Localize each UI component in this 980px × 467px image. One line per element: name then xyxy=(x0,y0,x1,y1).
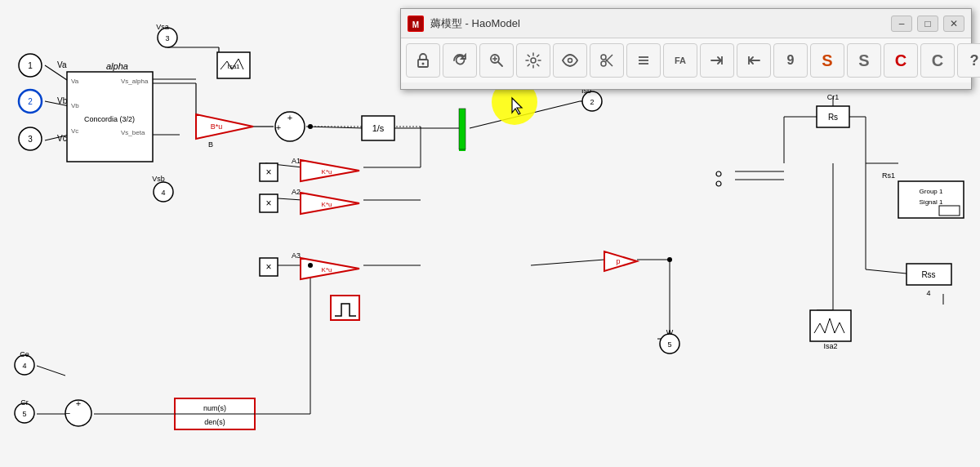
svg-text:Vc: Vc xyxy=(57,134,67,143)
c1-button[interactable]: C xyxy=(884,43,918,78)
svg-text:K*u: K*u xyxy=(322,266,332,274)
svg-point-147 xyxy=(531,58,536,63)
svg-text:Cr1: Cr1 xyxy=(827,93,840,101)
svg-point-135 xyxy=(308,263,313,268)
svg-text:Vb: Vb xyxy=(71,102,79,109)
svg-text:A2: A2 xyxy=(292,188,301,196)
svg-text:+: + xyxy=(276,122,281,132)
svg-text:3: 3 xyxy=(28,135,33,144)
svg-text:num(s): num(s) xyxy=(203,404,226,412)
minimize-button[interactable]: – xyxy=(891,16,912,32)
svg-text:×: × xyxy=(265,167,271,178)
maximize-button[interactable]: □ xyxy=(917,16,938,32)
svg-text:1: 1 xyxy=(28,61,33,70)
settings-button[interactable] xyxy=(516,43,550,78)
arrow-right-button[interactable] xyxy=(700,43,734,78)
svg-text:alpha: alpha xyxy=(106,61,128,71)
scissors-button[interactable] xyxy=(590,43,624,78)
svg-text:+: + xyxy=(287,113,292,122)
svg-text:K*u: K*u xyxy=(322,201,332,208)
svg-text:Signal 1: Signal 1 xyxy=(920,198,943,206)
svg-text:p: p xyxy=(616,257,620,265)
svg-text:Concordia (3/2): Concordia (3/2) xyxy=(84,115,135,123)
svg-text:Ce: Ce xyxy=(20,350,29,358)
svg-text:B*u: B*u xyxy=(211,122,223,131)
svg-text:den(s): den(s) xyxy=(204,418,225,426)
svg-text:Rss: Rss xyxy=(921,270,935,279)
svg-rect-126 xyxy=(939,206,960,216)
window-controls: – □ ✕ xyxy=(891,16,964,32)
list-button[interactable] xyxy=(626,43,661,78)
svg-text:M: M xyxy=(412,20,419,29)
view-button[interactable] xyxy=(553,43,587,78)
svg-text:Rs: Rs xyxy=(828,113,838,122)
svg-rect-130 xyxy=(810,310,851,341)
s2-button[interactable]: S xyxy=(847,43,881,78)
svg-text:2: 2 xyxy=(590,98,594,106)
svg-point-134 xyxy=(667,257,672,262)
refresh-button[interactable] xyxy=(443,43,477,78)
svg-text:−: − xyxy=(65,408,70,418)
svg-text:5: 5 xyxy=(667,340,671,349)
svg-point-150 xyxy=(601,55,606,60)
svg-text:A3: A3 xyxy=(292,251,301,260)
svg-text:3: 3 xyxy=(165,34,169,42)
arrow-left-button[interactable] xyxy=(737,43,771,78)
zoom-button[interactable] xyxy=(479,43,514,78)
svg-text:Va: Va xyxy=(57,60,67,69)
svg-text:Vb: Vb xyxy=(57,96,68,105)
window-overlay: M 薅模型 - HaoModel – □ ✕ xyxy=(400,8,972,90)
svg-text:Va: Va xyxy=(71,78,79,85)
svg-text:×: × xyxy=(265,261,271,273)
svg-text:4: 4 xyxy=(926,289,930,297)
svg-text:W: W xyxy=(666,328,674,336)
svg-text:Isa2: Isa2 xyxy=(823,342,837,350)
svg-text:A1: A1 xyxy=(292,157,301,165)
s1-button[interactable]: S xyxy=(810,43,844,78)
help-button[interactable]: ? xyxy=(957,43,980,78)
svg-point-149 xyxy=(601,61,606,66)
svg-text:Rs1: Rs1 xyxy=(882,171,895,180)
svg-point-136 xyxy=(308,124,313,129)
svg-text:Vsb: Vsb xyxy=(152,175,165,183)
svg-text:Group 1: Group 1 xyxy=(920,188,943,195)
svg-text:1/s: 1/s xyxy=(372,123,385,133)
svg-text:×: × xyxy=(265,198,271,209)
svg-text:Vs_alpha: Vs_alpha xyxy=(121,78,149,85)
svg-text:K*u: K*u xyxy=(322,168,332,176)
svg-text:Vsa: Vsa xyxy=(156,23,169,31)
svg-text:Vs_beta: Vs_beta xyxy=(121,129,145,136)
svg-text:4: 4 xyxy=(161,189,165,197)
svg-rect-81 xyxy=(459,109,466,149)
svg-text:4: 4 xyxy=(22,362,26,370)
window-title: 薅模型 - HaoModel xyxy=(430,16,884,31)
svg-text:Vc: Vc xyxy=(71,127,78,135)
close-button[interactable]: ✕ xyxy=(943,16,964,32)
c2-button[interactable]: C xyxy=(920,43,955,78)
matlab-icon: M xyxy=(408,16,424,32)
svg-text:+: + xyxy=(76,398,81,408)
svg-point-148 xyxy=(568,59,572,63)
svg-text:5: 5 xyxy=(22,410,26,418)
svg-text:B: B xyxy=(208,140,213,149)
svg-line-144 xyxy=(498,62,502,66)
fa-button[interactable]: FA xyxy=(663,43,697,78)
num9-button[interactable]: 9 xyxy=(773,43,808,78)
svg-point-142 xyxy=(422,63,425,65)
svg-text:Cr: Cr xyxy=(20,398,29,407)
svg-text:2: 2 xyxy=(28,97,33,106)
window-titlebar: M 薅模型 - HaoModel – □ ✕ xyxy=(401,9,971,38)
lock-button[interactable] xyxy=(406,43,440,78)
window-toolbar: FA 9 S S C C ? xyxy=(401,38,971,82)
svg-line-152 xyxy=(606,60,613,67)
